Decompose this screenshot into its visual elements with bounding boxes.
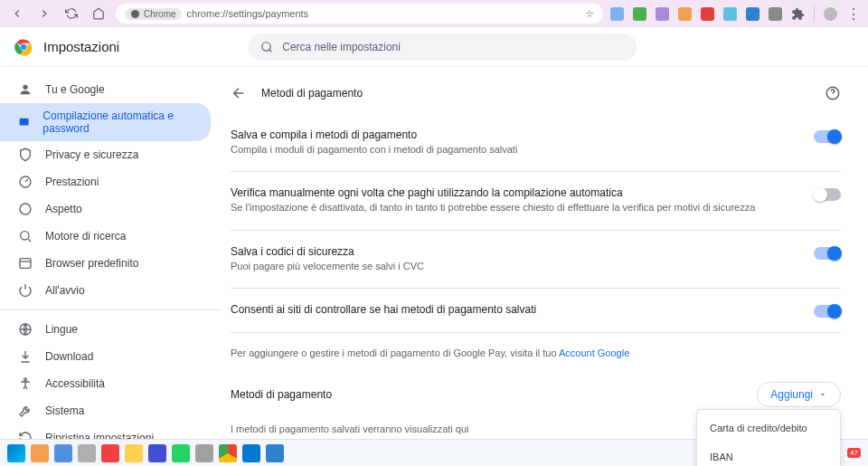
settings-search-input[interactable]: Cerca nelle impostazioni xyxy=(248,33,637,61)
chevron-down-icon xyxy=(818,390,827,399)
sidebar-item-you-and-google[interactable]: Tu e Google xyxy=(0,76,211,103)
taskbar-whatsapp[interactable] xyxy=(172,444,190,462)
setting-save-cvc: Salva i codici di sicurezzaPuoi pagare p… xyxy=(231,234,841,284)
star-icon[interactable]: ☆ xyxy=(585,8,594,20)
ext-icon-7[interactable] xyxy=(746,7,760,21)
page-title: Impostazioni xyxy=(43,39,119,54)
svg-point-4 xyxy=(23,85,27,90)
ext-icon-2[interactable] xyxy=(633,7,646,21)
browser-icon xyxy=(18,256,33,271)
shield-icon xyxy=(18,147,33,162)
sidebar-item-accessibility[interactable]: Accessibilità xyxy=(0,370,211,397)
sidebar-item-privacy[interactable]: Privacy e sicurezza xyxy=(0,141,211,168)
download-icon xyxy=(18,349,33,364)
app-name: Chrome xyxy=(144,9,176,19)
autofill-icon xyxy=(18,115,30,129)
panel-header: Metodi di pagamento xyxy=(231,80,841,118)
sidebar-item-on-startup[interactable]: All'avvio xyxy=(0,277,211,304)
settings-main-panel: Metodi di pagamento Salva e compila i me… xyxy=(222,67,868,439)
google-pay-note: Per aggiungere o gestire i metodi di pag… xyxy=(231,337,841,369)
taskbar-app-1[interactable] xyxy=(31,444,49,462)
toggle-allow-sites-check[interactable] xyxy=(814,305,841,318)
reset-icon xyxy=(18,431,33,439)
reload-button[interactable] xyxy=(61,4,81,24)
ext-icon-3[interactable] xyxy=(656,7,669,21)
section-label: Metodi di pagamento xyxy=(231,388,332,401)
sidebar-item-languages[interactable]: Lingue xyxy=(0,316,211,343)
setting-allow-sites-check: Consenti ai siti di controllare se hai m… xyxy=(231,292,841,328)
svg-point-7 xyxy=(20,204,31,214)
svg-point-0 xyxy=(131,9,139,17)
ext-icon-1[interactable] xyxy=(610,7,624,21)
address-bar[interactable]: Chrome chrome://settings/payments ☆ xyxy=(116,4,603,24)
profile-avatar[interactable] xyxy=(824,7,837,21)
taskbar-app-5[interactable] xyxy=(125,444,143,462)
taskbar-app-7[interactable] xyxy=(195,444,213,462)
setting-verify-manually: Verifica manualmente ogni volta che pagh… xyxy=(231,176,841,225)
ext-icon-5[interactable] xyxy=(701,7,714,21)
chrome-logo-icon xyxy=(14,38,33,56)
search-icon xyxy=(18,229,33,243)
palette-icon xyxy=(18,202,33,216)
toggle-verify-manually[interactable] xyxy=(814,188,841,201)
notification-badge[interactable]: 47 xyxy=(847,448,861,458)
globe-icon xyxy=(18,322,33,337)
person-icon xyxy=(18,82,33,97)
taskbar-app-2[interactable] xyxy=(54,444,72,462)
taskbar-app-3[interactable] xyxy=(78,444,96,462)
dropdown-item-card[interactable]: Carta di credito/debito xyxy=(697,414,840,442)
svg-rect-5 xyxy=(20,119,29,126)
svg-point-2 xyxy=(21,43,27,50)
site-identity-chip[interactable]: Chrome xyxy=(125,8,182,20)
kebab-menu-icon[interactable]: ⋮ xyxy=(846,5,861,23)
taskbar-app-4[interactable] xyxy=(101,444,119,462)
start-button[interactable] xyxy=(7,444,25,462)
power-icon xyxy=(18,283,33,298)
add-payment-button[interactable]: Aggiungi xyxy=(757,382,841,407)
url-text: chrome://settings/payments xyxy=(187,8,309,19)
svg-point-3 xyxy=(262,42,270,50)
sidebar-item-search-engine[interactable]: Motore di ricerca xyxy=(0,223,211,250)
sidebar-item-performance[interactable]: Prestazioni xyxy=(0,168,211,195)
settings-header: Impostazioni Cerca nelle impostazioni xyxy=(0,27,868,67)
sidebar-item-reset[interactable]: Ripristina impostazioni xyxy=(0,424,211,439)
home-button[interactable] xyxy=(89,4,108,24)
toggle-save-payment[interactable] xyxy=(814,130,841,143)
extension-icons: ⋮ xyxy=(610,5,861,23)
ext-icon-4[interactable] xyxy=(678,7,692,21)
payment-methods-section: Metodi di pagamento Aggiungi Carta di cr… xyxy=(231,369,841,414)
help-icon[interactable] xyxy=(825,85,841,101)
taskbar-app-6[interactable] xyxy=(148,444,166,462)
sidebar-item-default-browser[interactable]: Browser predefinito xyxy=(0,250,211,277)
taskbar-app-9[interactable] xyxy=(266,444,284,462)
settings-sidebar: Tu e Google Compilazione automatica e pa… xyxy=(0,67,222,439)
toggle-save-cvc[interactable] xyxy=(814,247,841,260)
back-button[interactable] xyxy=(7,4,27,24)
setting-save-fill-payment: Salva e compila i metodi di pagamentoCom… xyxy=(231,118,841,167)
panel-back-button[interactable] xyxy=(231,85,247,101)
speedometer-icon xyxy=(18,175,33,189)
wrench-icon xyxy=(18,404,33,418)
search-icon xyxy=(260,41,273,53)
sidebar-item-downloads[interactable]: Download xyxy=(0,343,211,370)
accessibility-icon xyxy=(18,376,33,391)
extensions-puzzle-icon[interactable] xyxy=(791,7,805,21)
search-placeholder: Cerca nelle impostazioni xyxy=(282,41,401,53)
browser-toolbar: Chrome chrome://settings/payments ☆ ⋮ xyxy=(0,0,868,27)
account-google-link[interactable]: Account Google xyxy=(559,347,629,358)
sidebar-item-autofill[interactable]: Compilazione automatica e password xyxy=(0,103,211,141)
forward-button[interactable] xyxy=(34,4,54,24)
svg-point-8 xyxy=(21,232,29,240)
ext-icon-6[interactable] xyxy=(723,7,737,21)
add-payment-dropdown: Carta di credito/debito IBAN xyxy=(696,409,841,466)
taskbar-app-8[interactable] xyxy=(242,444,260,462)
sidebar-item-system[interactable]: Sistema xyxy=(0,397,211,424)
dropdown-item-iban[interactable]: IBAN xyxy=(697,442,840,466)
ext-icon-8[interactable] xyxy=(769,7,782,21)
svg-point-11 xyxy=(24,378,27,381)
panel-title: Metodi di pagamento xyxy=(261,87,363,100)
sidebar-item-appearance[interactable]: Aspetto xyxy=(0,195,211,223)
taskbar-chrome[interactable] xyxy=(219,444,237,462)
svg-rect-9 xyxy=(20,259,31,269)
